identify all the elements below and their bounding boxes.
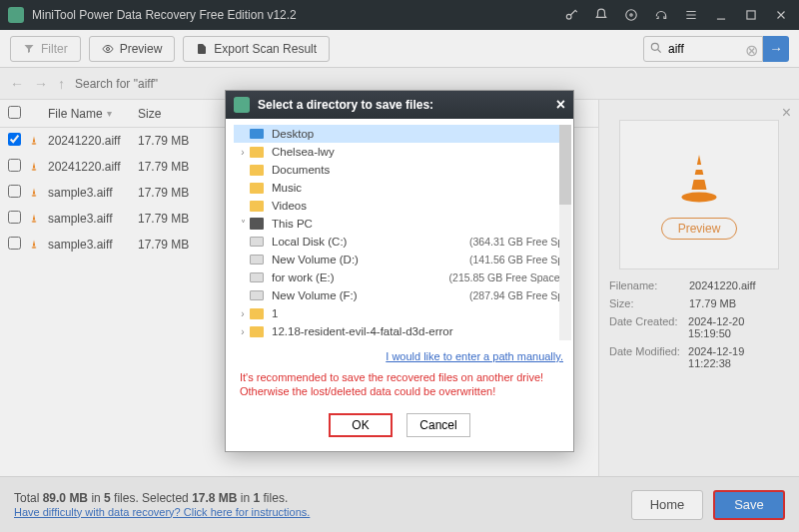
folder-icon bbox=[250, 308, 264, 319]
dialog-close-icon[interactable]: × bbox=[556, 96, 565, 114]
tree-item[interactable]: New Volume (F:)(287.94 GB Free Sp bbox=[234, 286, 565, 304]
expand-icon[interactable]: › bbox=[236, 326, 250, 337]
dialog-title: Select a directory to save files: bbox=[258, 98, 433, 112]
tree-label: Music bbox=[272, 182, 563, 194]
dialog-logo-icon bbox=[234, 97, 250, 113]
drive-icon bbox=[250, 290, 264, 300]
expand-icon[interactable]: › bbox=[236, 308, 250, 319]
tree-item[interactable]: New Volume (D:)(141.56 GB Free Sp bbox=[234, 251, 565, 268]
folder-icon bbox=[250, 326, 264, 337]
save-directory-dialog: Select a directory to save files: × Desk… bbox=[225, 90, 574, 452]
tree-item[interactable]: Documents bbox=[234, 161, 565, 179]
folder-icon bbox=[250, 201, 264, 212]
free-space: (215.85 GB Free Space) bbox=[449, 271, 563, 283]
tree-label: Desktop bbox=[272, 128, 563, 140]
warning-text: It's recommended to save the recovered f… bbox=[226, 366, 573, 407]
tree-item[interactable]: ˅This PC bbox=[234, 215, 565, 233]
drive-icon bbox=[250, 272, 264, 282]
pc-icon bbox=[250, 218, 264, 230]
tree-item[interactable]: ›Chelsea-lwy bbox=[234, 143, 565, 161]
desktop-icon bbox=[250, 129, 264, 139]
tree-label: 12.18-resident-evil-4-fatal-d3d-error bbox=[272, 325, 563, 337]
cancel-button[interactable]: Cancel bbox=[406, 413, 470, 437]
tree-label: Local Disk (C:) bbox=[272, 236, 469, 248]
tree-item[interactable]: Desktop bbox=[234, 125, 565, 143]
tree-item[interactable]: Music bbox=[234, 179, 565, 197]
tree-label: 1 bbox=[272, 307, 563, 319]
tree-item[interactable]: ›12.18-resident-evil-4-fatal-d3d-error bbox=[234, 322, 565, 340]
tree-item[interactable]: Local Disk (C:)(364.31 GB Free Sp bbox=[234, 233, 565, 251]
expand-icon[interactable]: ˅ bbox=[236, 219, 250, 230]
free-space: (364.31 GB Free Sp bbox=[469, 236, 563, 248]
tree-scrollbar-thumb[interactable] bbox=[559, 125, 571, 205]
tree-label: New Volume (D:) bbox=[272, 254, 469, 266]
expand-icon[interactable]: › bbox=[236, 147, 250, 158]
tree-label: for work (E:) bbox=[272, 271, 449, 283]
tree-item[interactable]: for work (E:)(215.85 GB Free Space) bbox=[234, 268, 565, 286]
tree-label: This PC bbox=[272, 218, 563, 230]
dialog-header: Select a directory to save files: × bbox=[226, 91, 573, 119]
drive-icon bbox=[250, 237, 264, 247]
free-space: (141.56 GB Free Sp bbox=[469, 254, 563, 266]
tree-item[interactable]: ›1 bbox=[234, 304, 565, 322]
folder-icon bbox=[250, 183, 264, 194]
modal-overlay: Select a directory to save files: × Desk… bbox=[0, 0, 799, 532]
tree-label: Chelsea-lwy bbox=[272, 146, 563, 158]
svg-rect-12 bbox=[234, 97, 250, 113]
drive-icon bbox=[250, 255, 264, 265]
manual-path-link[interactable]: I would like to enter a path manually. bbox=[386, 350, 563, 362]
free-space: (287.94 GB Free Sp bbox=[469, 289, 563, 301]
directory-tree: Desktop›Chelsea-lwyDocumentsMusicVideos˅… bbox=[234, 125, 565, 340]
folder-icon bbox=[250, 165, 264, 176]
tree-label: New Volume (F:) bbox=[272, 289, 469, 301]
folder-icon bbox=[250, 147, 264, 158]
tree-item[interactable]: Videos bbox=[234, 197, 565, 215]
ok-button[interactable]: OK bbox=[329, 413, 393, 437]
tree-label: Documents bbox=[272, 164, 563, 176]
tree-label: Videos bbox=[272, 200, 563, 212]
